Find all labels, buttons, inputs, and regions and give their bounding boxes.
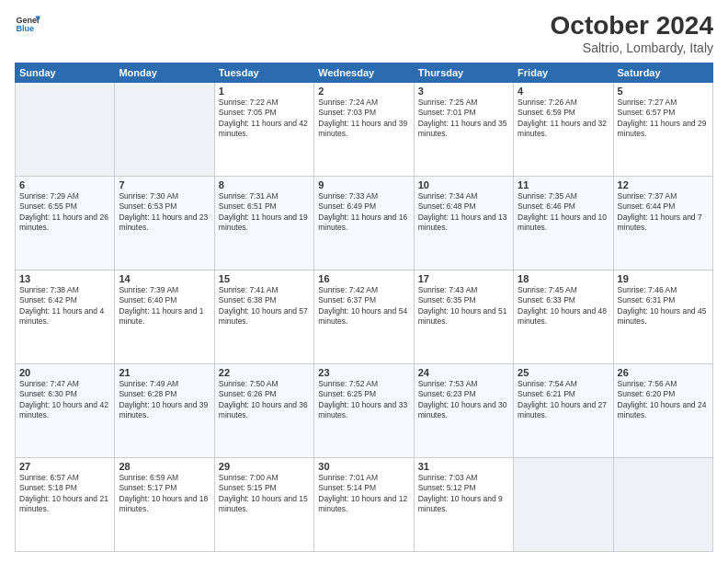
- day-number: 26: [618, 367, 709, 378]
- day-info: Sunrise: 7:38 AM Sunset: 6:42 PM Dayligh…: [19, 285, 110, 327]
- day-number: 29: [219, 461, 310, 472]
- calendar-cell: 13Sunrise: 7:38 AM Sunset: 6:42 PM Dayli…: [16, 270, 115, 364]
- day-number: 9: [318, 179, 409, 190]
- day-info: Sunrise: 7:46 AM Sunset: 6:31 PM Dayligh…: [618, 285, 709, 327]
- day-number: 19: [618, 273, 709, 284]
- day-number: 17: [418, 273, 509, 284]
- calendar-cell: [514, 458, 613, 552]
- calendar-week-row: 20Sunrise: 7:47 AM Sunset: 6:30 PM Dayli…: [16, 364, 713, 458]
- weekday-header-sunday: Sunday: [16, 63, 115, 83]
- calendar-week-row: 13Sunrise: 7:38 AM Sunset: 6:42 PM Dayli…: [16, 270, 713, 364]
- day-info: Sunrise: 7:24 AM Sunset: 7:03 PM Dayligh…: [318, 98, 409, 140]
- calendar-cell: [16, 83, 115, 177]
- calendar-cell: 31Sunrise: 7:03 AM Sunset: 5:12 PM Dayli…: [414, 458, 513, 552]
- day-info: Sunrise: 7:49 AM Sunset: 6:28 PM Dayligh…: [119, 379, 210, 421]
- day-number: 25: [518, 367, 609, 378]
- day-info: Sunrise: 7:42 AM Sunset: 6:37 PM Dayligh…: [318, 285, 409, 327]
- day-number: 30: [318, 461, 409, 472]
- calendar-cell: 18Sunrise: 7:45 AM Sunset: 6:33 PM Dayli…: [514, 270, 613, 364]
- month-title: October 2024: [551, 11, 713, 40]
- page: General Blue October 2024 Saltrio, Lomba…: [0, 0, 728, 563]
- day-number: 23: [318, 367, 409, 378]
- day-number: 1: [219, 86, 310, 97]
- calendar-cell: 10Sunrise: 7:34 AM Sunset: 6:48 PM Dayli…: [414, 177, 513, 270]
- day-number: 28: [119, 461, 210, 472]
- day-number: 20: [19, 367, 110, 378]
- calendar-cell: 17Sunrise: 7:43 AM Sunset: 6:35 PM Dayli…: [414, 270, 513, 364]
- day-info: Sunrise: 7:45 AM Sunset: 6:33 PM Dayligh…: [518, 285, 609, 327]
- calendar-cell: 29Sunrise: 7:00 AM Sunset: 5:15 PM Dayli…: [214, 458, 313, 552]
- header: General Blue October 2024 Saltrio, Lomba…: [15, 11, 713, 55]
- day-number: 18: [518, 273, 609, 284]
- day-number: 14: [119, 273, 210, 284]
- calendar-cell: 25Sunrise: 7:54 AM Sunset: 6:21 PM Dayli…: [514, 364, 613, 458]
- day-info: Sunrise: 6:57 AM Sunset: 5:18 PM Dayligh…: [19, 473, 110, 515]
- day-info: Sunrise: 7:33 AM Sunset: 6:49 PM Dayligh…: [318, 191, 409, 234]
- calendar-cell: [115, 83, 214, 177]
- day-info: Sunrise: 7:50 AM Sunset: 6:26 PM Dayligh…: [219, 379, 310, 421]
- calendar-cell: 16Sunrise: 7:42 AM Sunset: 6:37 PM Dayli…: [314, 270, 414, 364]
- day-number: 2: [318, 86, 409, 97]
- day-info: Sunrise: 7:25 AM Sunset: 7:01 PM Dayligh…: [418, 98, 509, 140]
- calendar-cell: 27Sunrise: 6:57 AM Sunset: 5:18 PM Dayli…: [16, 458, 115, 552]
- calendar-cell: 8Sunrise: 7:31 AM Sunset: 6:51 PM Daylig…: [214, 177, 313, 270]
- title-area: October 2024 Saltrio, Lombardy, Italy: [551, 11, 713, 55]
- day-number: 24: [418, 367, 509, 378]
- day-number: 21: [119, 367, 210, 378]
- day-info: Sunrise: 7:47 AM Sunset: 6:30 PM Dayligh…: [19, 379, 110, 421]
- day-number: 22: [219, 367, 310, 378]
- calendar-cell: 20Sunrise: 7:47 AM Sunset: 6:30 PM Dayli…: [16, 364, 115, 458]
- calendar-table: SundayMondayTuesdayWednesdayThursdayFrid…: [15, 63, 713, 552]
- calendar-week-row: 1Sunrise: 7:22 AM Sunset: 7:05 PM Daylig…: [16, 83, 713, 177]
- day-info: Sunrise: 7:52 AM Sunset: 6:25 PM Dayligh…: [318, 379, 409, 421]
- day-number: 8: [219, 179, 310, 190]
- day-info: Sunrise: 6:59 AM Sunset: 5:17 PM Dayligh…: [119, 473, 210, 515]
- calendar-cell: 2Sunrise: 7:24 AM Sunset: 7:03 PM Daylig…: [314, 83, 414, 177]
- calendar-cell: 4Sunrise: 7:26 AM Sunset: 6:59 PM Daylig…: [514, 83, 613, 177]
- calendar-cell: 22Sunrise: 7:50 AM Sunset: 6:26 PM Dayli…: [214, 364, 313, 458]
- day-info: Sunrise: 7:03 AM Sunset: 5:12 PM Dayligh…: [418, 473, 509, 515]
- calendar-cell: 14Sunrise: 7:39 AM Sunset: 6:40 PM Dayli…: [115, 270, 214, 364]
- day-number: 10: [418, 179, 509, 190]
- day-info: Sunrise: 7:27 AM Sunset: 6:57 PM Dayligh…: [618, 98, 709, 140]
- calendar-cell: 6Sunrise: 7:29 AM Sunset: 6:55 PM Daylig…: [16, 177, 115, 270]
- day-number: 6: [19, 179, 110, 190]
- day-number: 15: [219, 273, 310, 284]
- calendar-cell: 3Sunrise: 7:25 AM Sunset: 7:01 PM Daylig…: [414, 83, 513, 177]
- day-info: Sunrise: 7:56 AM Sunset: 6:20 PM Dayligh…: [618, 379, 709, 421]
- day-number: 31: [418, 461, 509, 472]
- day-info: Sunrise: 7:26 AM Sunset: 6:59 PM Dayligh…: [518, 98, 609, 140]
- day-info: Sunrise: 7:29 AM Sunset: 6:55 PM Dayligh…: [19, 191, 110, 234]
- day-number: 7: [119, 179, 210, 190]
- day-info: Sunrise: 7:53 AM Sunset: 6:23 PM Dayligh…: [418, 379, 509, 421]
- calendar-cell: 24Sunrise: 7:53 AM Sunset: 6:23 PM Dayli…: [414, 364, 513, 458]
- day-info: Sunrise: 7:34 AM Sunset: 6:48 PM Dayligh…: [418, 191, 509, 234]
- svg-text:Blue: Blue: [16, 24, 34, 33]
- calendar-cell: 9Sunrise: 7:33 AM Sunset: 6:49 PM Daylig…: [314, 177, 414, 270]
- calendar-cell: 19Sunrise: 7:46 AM Sunset: 6:31 PM Dayli…: [613, 270, 712, 364]
- calendar-week-row: 27Sunrise: 6:57 AM Sunset: 5:18 PM Dayli…: [16, 458, 713, 552]
- calendar-cell: 11Sunrise: 7:35 AM Sunset: 6:46 PM Dayli…: [514, 177, 613, 270]
- day-info: Sunrise: 7:35 AM Sunset: 6:46 PM Dayligh…: [518, 191, 609, 234]
- day-number: 12: [618, 179, 709, 190]
- day-number: 27: [19, 461, 110, 472]
- day-number: 3: [418, 86, 509, 97]
- weekday-header-thursday: Thursday: [414, 63, 513, 83]
- weekday-header-row: SundayMondayTuesdayWednesdayThursdayFrid…: [16, 63, 713, 83]
- calendar-cell: 23Sunrise: 7:52 AM Sunset: 6:25 PM Dayli…: [314, 364, 414, 458]
- calendar-cell: 26Sunrise: 7:56 AM Sunset: 6:20 PM Dayli…: [613, 364, 712, 458]
- day-info: Sunrise: 7:00 AM Sunset: 5:15 PM Dayligh…: [219, 473, 310, 515]
- day-number: 16: [318, 273, 409, 284]
- day-info: Sunrise: 7:37 AM Sunset: 6:44 PM Dayligh…: [618, 191, 709, 234]
- weekday-header-monday: Monday: [115, 63, 214, 83]
- day-number: 13: [19, 273, 110, 284]
- calendar-week-row: 6Sunrise: 7:29 AM Sunset: 6:55 PM Daylig…: [16, 177, 713, 270]
- day-info: Sunrise: 7:43 AM Sunset: 6:35 PM Dayligh…: [418, 285, 509, 327]
- day-info: Sunrise: 7:22 AM Sunset: 7:05 PM Dayligh…: [219, 98, 310, 140]
- day-number: 5: [618, 86, 709, 97]
- calendar-cell: [613, 458, 712, 552]
- day-info: Sunrise: 7:41 AM Sunset: 6:38 PM Dayligh…: [219, 285, 310, 327]
- calendar-cell: 7Sunrise: 7:30 AM Sunset: 6:53 PM Daylig…: [115, 177, 214, 270]
- day-info: Sunrise: 7:54 AM Sunset: 6:21 PM Dayligh…: [518, 379, 609, 421]
- calendar-cell: 12Sunrise: 7:37 AM Sunset: 6:44 PM Dayli…: [613, 177, 712, 270]
